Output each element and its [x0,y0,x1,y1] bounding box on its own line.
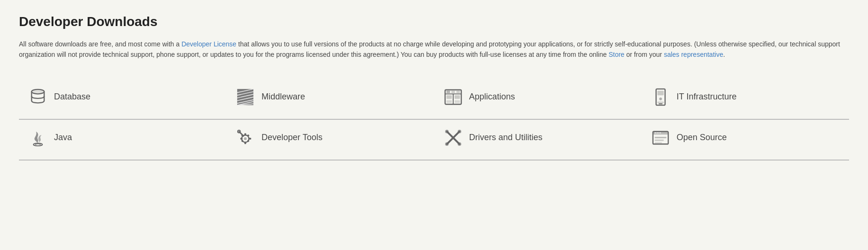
category-open-source[interactable]: Open Source [642,120,849,161]
svg-rect-15 [456,90,460,93]
category-drivers-utilities[interactable]: Drivers and Utilities [434,120,642,161]
svg-rect-17 [454,95,459,99]
page-title: Developer Downloads [19,14,849,29]
category-middleware-label: Middleware [261,92,305,102]
svg-point-41 [457,142,461,146]
page-description: All software downloads are free, and mos… [19,39,848,60]
category-open-source-label: Open Source [677,133,727,143]
category-database-label: Database [54,92,90,102]
database-icon [28,88,47,107]
svg-point-1 [32,89,45,94]
svg-rect-23 [657,101,663,103]
developer-tools-icon [236,128,255,147]
category-it-infrastructure[interactable]: IT Infrastructure [642,79,849,120]
category-developer-tools-label: Developer Tools [261,133,322,143]
categories-grid: Database Middleware [19,79,849,161]
svg-rect-48 [654,142,662,143]
store-link[interactable]: Store [608,51,624,58]
svg-rect-21 [657,90,663,95]
java-icon [28,128,47,147]
svg-rect-28 [244,133,246,135]
category-applications[interactable]: Applications [434,79,642,120]
category-database[interactable]: Database [19,79,226,120]
svg-rect-30 [241,138,243,140]
svg-rect-13 [446,90,450,93]
svg-rect-46 [654,137,666,138]
svg-point-43 [445,142,448,146]
applications-icon [444,88,463,107]
svg-rect-14 [451,90,455,93]
svg-rect-47 [654,140,663,141]
developer-license-link[interactable]: Developer License [181,40,236,48]
it-infrastructure-icon [651,88,670,107]
svg-point-40 [445,130,448,134]
category-java-label: Java [54,133,72,143]
category-drivers-utilities-label: Drivers and Utilities [469,133,543,143]
svg-rect-16 [446,95,451,99]
category-middleware[interactable]: Middleware [226,79,434,120]
category-java[interactable]: Java [19,120,226,161]
svg-rect-19 [454,100,459,103]
svg-rect-31 [249,138,251,140]
open-source-icon [651,128,670,147]
drivers-utilities-icon [444,128,463,147]
middleware-icon [236,88,255,107]
svg-point-22 [659,98,662,100]
category-developer-tools[interactable]: Developer Tools [226,120,434,161]
category-applications-label: Applications [469,92,515,102]
sales-rep-link[interactable]: sales representative [664,51,723,58]
svg-rect-29 [244,142,246,144]
svg-point-42 [457,130,461,134]
category-it-infrastructure-label: IT Infrastructure [677,92,737,102]
svg-rect-18 [446,100,451,103]
svg-point-27 [244,137,247,140]
